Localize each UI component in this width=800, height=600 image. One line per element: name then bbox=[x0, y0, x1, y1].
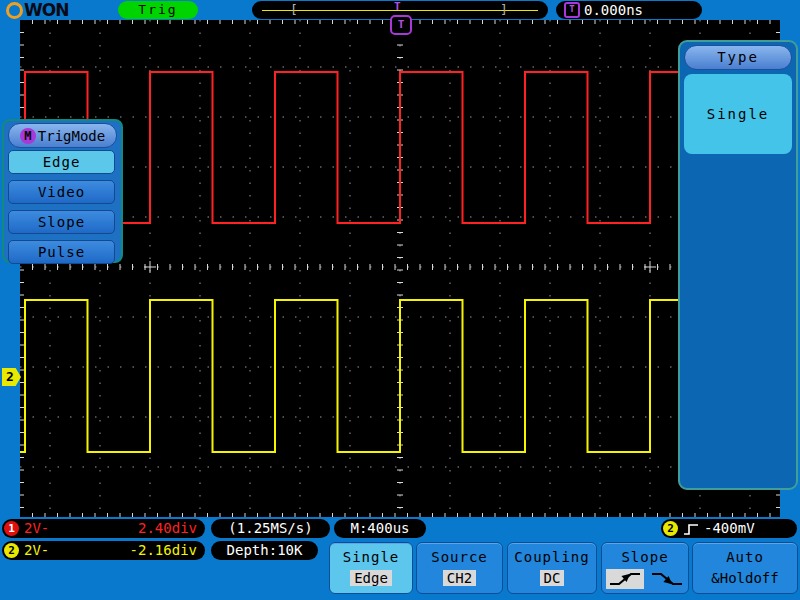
window-bracket-right: ] bbox=[500, 2, 508, 18]
record-depth-value: Depth:10K bbox=[227, 541, 303, 560]
softkey-label: Coupling bbox=[508, 549, 596, 565]
sample-rate-pill: (1.25MS/s) bbox=[211, 519, 330, 538]
menu-item-pulse[interactable]: Pulse bbox=[8, 240, 115, 264]
logo-o-ring-icon bbox=[6, 2, 23, 19]
trig-mode-menu-header: M TrigMode bbox=[8, 123, 117, 148]
type-panel-title: Type bbox=[684, 45, 792, 70]
type-panel: Type Single bbox=[678, 40, 798, 490]
ch2-volts-div: 2V- bbox=[24, 541, 49, 560]
softkey-value: DC bbox=[540, 570, 565, 586]
trigger-position-marker[interactable]: T bbox=[390, 15, 412, 35]
ch1-volts-div: 2V- bbox=[24, 519, 49, 538]
ch1-position: 2.40div bbox=[138, 519, 197, 538]
menu-item-slope[interactable]: Slope bbox=[8, 210, 115, 234]
trig-mode-menu: M TrigMode Edge Video Slope Pulse bbox=[2, 119, 123, 263]
softkey-value: CH2 bbox=[443, 570, 476, 586]
menu-knob-badge: M bbox=[20, 128, 36, 144]
softkey-value: &Holdoff bbox=[693, 570, 797, 586]
trigger-level-value: -400mV bbox=[704, 519, 755, 538]
softkey-auto-holdoff[interactable]: Auto &Holdoff bbox=[692, 542, 798, 594]
trig-mode-menu-title: TrigMode bbox=[38, 128, 105, 144]
softkey-trig-type[interactable]: Single Edge bbox=[329, 542, 413, 594]
timebase-pill: M:400us bbox=[334, 519, 426, 538]
record-depth-pill: Depth:10K bbox=[211, 541, 318, 560]
rising-edge-chip bbox=[606, 569, 644, 589]
softkey-label: Source bbox=[417, 549, 502, 565]
softkey-slope[interactable]: Slope bbox=[601, 542, 689, 594]
sample-rate-value: (1.25MS/s) bbox=[228, 519, 312, 538]
softkey-value: Edge bbox=[350, 570, 392, 586]
ch2-position: -2.16div bbox=[130, 541, 197, 560]
ch2-badge: 2 bbox=[4, 543, 19, 558]
softkey-label: Slope bbox=[602, 549, 688, 565]
softkey-source[interactable]: Source CH2 bbox=[416, 542, 503, 594]
trigger-time-readout: T 0.000ns bbox=[556, 1, 702, 19]
ch2-status-pill: 2 2V- -2.16div bbox=[2, 541, 205, 560]
trigger-status-badge: Trig bbox=[118, 1, 198, 19]
trigger-time-value: 0.000ns bbox=[584, 2, 643, 18]
type-option-single[interactable]: Single bbox=[684, 74, 792, 154]
ch1-status-pill: 1 2V- 2.40div bbox=[2, 519, 205, 538]
ch1-badge: 1 bbox=[4, 521, 19, 536]
menu-item-edge[interactable]: Edge bbox=[8, 150, 115, 174]
menu-item-video[interactable]: Video bbox=[8, 180, 115, 204]
owon-logo: WON bbox=[6, 1, 68, 19]
oscilloscope-screen: { "top_bar": { "logo_text": "WON", "trig… bbox=[0, 0, 800, 600]
logo-text: WON bbox=[24, 1, 68, 19]
trigger-level-step-icon bbox=[683, 522, 699, 536]
softkey-coupling[interactable]: Coupling DC bbox=[507, 542, 597, 594]
softkey-label: Auto bbox=[693, 549, 797, 565]
trigger-level-pill: 2 -400mV bbox=[661, 519, 797, 538]
rising-edge-icon bbox=[608, 570, 642, 588]
timebase-value: M:400us bbox=[350, 519, 409, 538]
ch2-position-marker[interactable]: 2 bbox=[2, 368, 21, 386]
window-bracket-left: [ bbox=[290, 2, 298, 18]
softkey-label: Single bbox=[330, 549, 412, 565]
falling-edge-icon bbox=[650, 570, 684, 588]
waveform-display bbox=[20, 20, 780, 517]
trigger-t-icon: T bbox=[394, 1, 401, 13]
trigger-t-icon: T bbox=[564, 2, 580, 18]
trigger-source-badge: 2 bbox=[663, 521, 678, 536]
